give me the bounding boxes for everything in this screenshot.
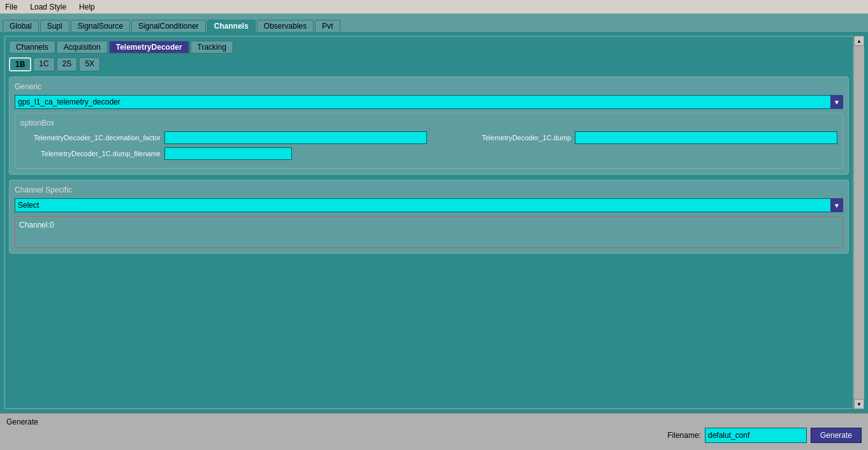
tab-supl[interactable]: Supl [40, 20, 69, 32]
app-window: File Load Style Help Global Supl SignalS… [0, 0, 868, 450]
menu-help[interactable]: Help [76, 2, 98, 12]
generic-dropdown-wrapper: gps_l1_ca_telemetry_decoder ▼ [15, 95, 843, 109]
generate-button[interactable]: Generate [811, 428, 862, 443]
generic-dropdown[interactable]: gps_l1_ca_telemetry_decoder [15, 95, 843, 109]
top-nav: Global Supl SignalSource SignalCondition… [0, 14, 868, 32]
channel-content-box: Channel:0 [15, 216, 843, 248]
inner-tab-telemetry-decoder[interactable]: TelemetryDecoder [109, 41, 189, 54]
scroll-down-btn[interactable]: ▼ [854, 399, 864, 409]
menu-load-style[interactable]: Load Style [27, 2, 69, 12]
signal-tab-1b[interactable]: 1B [9, 57, 31, 71]
option-box: optionBox TelemetryDecoder_1C.decimation… [15, 113, 843, 169]
content-area: Channels Acquisition TelemetryDecoder Tr… [0, 32, 868, 413]
menu-file[interactable]: File [3, 2, 20, 12]
generate-section-label: Generate [6, 417, 38, 426]
tab-global[interactable]: Global [3, 20, 39, 32]
filename-row: Filename: Generate [667, 428, 862, 443]
filename-input[interactable] [705, 428, 807, 443]
dump-input[interactable] [575, 131, 837, 144]
menu-bar: File Load Style Help [0, 0, 868, 14]
tab-signal-conditioner[interactable]: SignalConditioner [131, 20, 206, 32]
bottom-bar: Generate Filename: Generate [0, 413, 868, 450]
decimation-factor-label: TelemetryDecoder_1C.decimation_factor [20, 134, 161, 142]
tab-observables[interactable]: Observables [257, 20, 314, 32]
dump-filename-input[interactable] [164, 147, 292, 160]
generic-section-label: Generic [15, 82, 843, 91]
inner-tab-bar: Channels Acquisition TelemetryDecoder Tr… [9, 41, 849, 54]
form-row-decimation: TelemetryDecoder_1C.decimation_factor Te… [20, 131, 837, 144]
inner-tab-tracking[interactable]: Tracking [191, 41, 234, 54]
decimation-factor-input[interactable] [164, 131, 427, 144]
tab-signal-source[interactable]: SignalSource [71, 20, 130, 32]
form-row-dump-filename: TelemetryDecoder_1C.dump_filename [20, 147, 837, 160]
inner-panel: Channels Acquisition TelemetryDecoder Tr… [4, 36, 854, 409]
option-box-label: optionBox [20, 119, 837, 127]
dump-filename-label: TelemetryDecoder_1C.dump_filename [20, 150, 161, 157]
signal-tab-5x[interactable]: 5X [79, 57, 100, 71]
inner-tab-acquisition[interactable]: Acquisition [57, 41, 108, 54]
filename-label: Filename: [667, 431, 701, 440]
dump-label: TelemetryDecoder_1C.dump [431, 134, 571, 142]
channel-zero-label: Channel:0 [19, 221, 839, 229]
channel-specific-label: Channel Specific [15, 185, 843, 194]
signal-tab-1c[interactable]: 1C [33, 57, 54, 71]
signal-tab-bar: 1B 1C 2S 5X [9, 57, 849, 71]
generic-section: Generic gps_l1_ca_telemetry_decoder ▼ op… [9, 76, 849, 175]
scroll-up-btn[interactable]: ▲ [854, 36, 864, 46]
signal-tab-2s[interactable]: 2S [57, 57, 78, 71]
channel-specific-section: Channel Specific Select ▼ Channel:0 [9, 180, 849, 254]
channel-dropdown[interactable]: Select [15, 198, 843, 212]
tab-pvt[interactable]: Pvt [315, 20, 340, 32]
tab-channels[interactable]: Channels [207, 20, 256, 32]
channel-dropdown-wrapper: Select ▼ [15, 198, 843, 212]
inner-tab-channels[interactable]: Channels [9, 41, 55, 54]
scrollbar[interactable]: ▲ ▼ [854, 36, 864, 409]
